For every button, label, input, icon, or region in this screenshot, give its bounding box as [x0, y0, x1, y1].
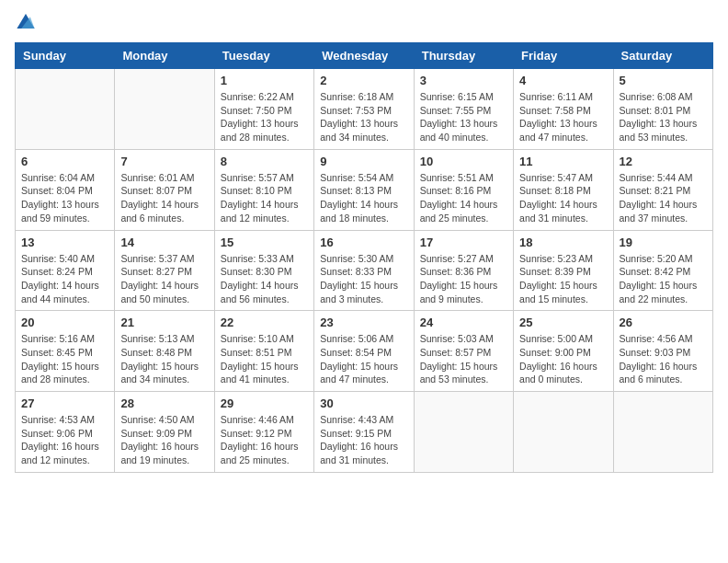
weekday-header: Wednesday	[314, 43, 414, 69]
day-info: Sunrise: 4:46 AMSunset: 9:12 PMDaylight:…	[221, 413, 308, 467]
day-number: 24	[420, 316, 507, 329]
day-number: 13	[21, 236, 108, 249]
day-info: Sunrise: 4:56 AMSunset: 9:03 PMDaylight:…	[620, 332, 707, 386]
day-number: 10	[420, 155, 507, 168]
calendar-day-cell: 10Sunrise: 5:51 AMSunset: 8:16 PMDayligh…	[414, 149, 513, 230]
calendar-day-cell: 8Sunrise: 5:57 AMSunset: 8:10 PMDaylight…	[214, 149, 313, 230]
day-number: 18	[519, 236, 607, 249]
calendar-day-cell: 9Sunrise: 5:54 AMSunset: 8:13 PMDaylight…	[314, 149, 414, 230]
day-info: Sunrise: 5:00 AMSunset: 9:00 PMDaylight:…	[519, 332, 607, 386]
page-header	[15, 15, 713, 31]
day-info: Sunrise: 5:44 AMSunset: 8:21 PMDaylight:…	[620, 171, 707, 225]
day-info: Sunrise: 5:16 AMSunset: 8:45 PMDaylight:…	[21, 332, 108, 386]
calendar-week-row: 20Sunrise: 5:16 AMSunset: 8:45 PMDayligh…	[16, 311, 713, 392]
day-info: Sunrise: 5:03 AMSunset: 8:57 PMDaylight:…	[420, 332, 507, 386]
calendar-day-cell: 16Sunrise: 5:30 AMSunset: 8:33 PMDayligh…	[314, 230, 414, 311]
calendar-day-cell: 15Sunrise: 5:33 AMSunset: 8:30 PMDayligh…	[214, 230, 313, 311]
day-number: 30	[320, 396, 407, 410]
day-number: 25	[519, 316, 607, 329]
calendar-day-cell: 26Sunrise: 4:56 AMSunset: 9:03 PMDayligh…	[613, 311, 712, 392]
calendar-day-cell: 21Sunrise: 5:13 AMSunset: 8:48 PMDayligh…	[115, 311, 214, 392]
calendar-day-cell: 17Sunrise: 5:27 AMSunset: 8:36 PMDayligh…	[414, 230, 513, 311]
day-number: 29	[221, 396, 308, 410]
day-number: 22	[221, 316, 308, 329]
calendar-day-cell: 29Sunrise: 4:46 AMSunset: 9:12 PMDayligh…	[214, 392, 313, 473]
calendar-day-cell: 5Sunrise: 6:08 AMSunset: 8:01 PMDaylight…	[613, 69, 712, 150]
calendar-day-cell: 30Sunrise: 4:43 AMSunset: 9:15 PMDayligh…	[314, 392, 414, 473]
day-info: Sunrise: 5:33 AMSunset: 8:30 PMDaylight:…	[221, 252, 308, 306]
day-info: Sunrise: 4:50 AMSunset: 9:09 PMDaylight:…	[120, 413, 208, 467]
day-number: 26	[620, 316, 707, 329]
weekday-header: Saturday	[613, 43, 712, 69]
calendar-day-cell	[16, 69, 115, 150]
day-info: Sunrise: 5:10 AMSunset: 8:51 PMDaylight:…	[221, 332, 308, 386]
weekday-header: Monday	[115, 43, 214, 69]
calendar-day-cell: 7Sunrise: 6:01 AMSunset: 8:07 PMDaylight…	[115, 149, 214, 230]
day-number: 1	[221, 74, 308, 87]
day-info: Sunrise: 6:15 AMSunset: 7:55 PMDaylight:…	[420, 90, 507, 144]
calendar-day-cell	[414, 392, 513, 473]
calendar-day-cell	[613, 392, 712, 473]
calendar-day-cell: 18Sunrise: 5:23 AMSunset: 8:39 PMDayligh…	[514, 230, 613, 311]
day-info: Sunrise: 5:30 AMSunset: 8:33 PMDaylight:…	[320, 252, 407, 306]
logo-icon	[17, 14, 35, 29]
day-info: Sunrise: 6:01 AMSunset: 8:07 PMDaylight:…	[120, 171, 208, 225]
day-number: 4	[519, 74, 607, 87]
day-number: 27	[21, 396, 108, 410]
calendar-day-cell: 3Sunrise: 6:15 AMSunset: 7:55 PMDaylight…	[414, 69, 513, 150]
calendar-day-cell: 20Sunrise: 5:16 AMSunset: 8:45 PMDayligh…	[16, 311, 115, 392]
weekday-header: Sunday	[16, 43, 115, 69]
calendar-day-cell: 23Sunrise: 5:06 AMSunset: 8:54 PMDayligh…	[314, 311, 414, 392]
day-number: 6	[21, 155, 108, 168]
day-number: 21	[120, 316, 208, 329]
calendar-day-cell: 12Sunrise: 5:44 AMSunset: 8:21 PMDayligh…	[613, 149, 712, 230]
weekday-header: Tuesday	[214, 43, 313, 69]
day-number: 19	[620, 236, 707, 249]
day-number: 5	[620, 74, 707, 87]
day-info: Sunrise: 5:47 AMSunset: 8:18 PMDaylight:…	[519, 171, 607, 225]
calendar-day-cell: 28Sunrise: 4:50 AMSunset: 9:09 PMDayligh…	[115, 392, 214, 473]
day-number: 11	[519, 155, 607, 168]
calendar-week-row: 6Sunrise: 6:04 AMSunset: 8:04 PMDaylight…	[16, 149, 713, 230]
logo	[15, 15, 35, 31]
calendar-week-row: 27Sunrise: 4:53 AMSunset: 9:06 PMDayligh…	[16, 392, 713, 473]
day-number: 8	[221, 155, 308, 168]
day-number: 20	[21, 316, 108, 329]
calendar-day-cell: 22Sunrise: 5:10 AMSunset: 8:51 PMDayligh…	[214, 311, 313, 392]
day-info: Sunrise: 5:23 AMSunset: 8:39 PMDaylight:…	[519, 252, 607, 306]
calendar-header-row: SundayMondayTuesdayWednesdayThursdayFrid…	[16, 43, 713, 69]
calendar-day-cell	[514, 392, 613, 473]
day-info: Sunrise: 6:11 AMSunset: 7:58 PMDaylight:…	[519, 90, 607, 144]
day-info: Sunrise: 6:18 AMSunset: 7:53 PMDaylight:…	[320, 90, 407, 144]
day-info: Sunrise: 5:37 AMSunset: 8:27 PMDaylight:…	[120, 252, 208, 306]
day-info: Sunrise: 5:40 AMSunset: 8:24 PMDaylight:…	[21, 252, 108, 306]
day-info: Sunrise: 5:06 AMSunset: 8:54 PMDaylight:…	[320, 332, 407, 386]
calendar-day-cell: 2Sunrise: 6:18 AMSunset: 7:53 PMDaylight…	[314, 69, 414, 150]
day-number: 28	[120, 396, 208, 410]
day-number: 12	[620, 155, 707, 168]
weekday-header: Friday	[514, 43, 613, 69]
day-info: Sunrise: 4:43 AMSunset: 9:15 PMDaylight:…	[320, 413, 407, 467]
calendar-day-cell: 25Sunrise: 5:00 AMSunset: 9:00 PMDayligh…	[514, 311, 613, 392]
calendar-day-cell: 11Sunrise: 5:47 AMSunset: 8:18 PMDayligh…	[514, 149, 613, 230]
day-info: Sunrise: 5:20 AMSunset: 8:42 PMDaylight:…	[620, 252, 707, 306]
day-info: Sunrise: 5:54 AMSunset: 8:13 PMDaylight:…	[320, 171, 407, 225]
day-info: Sunrise: 6:22 AMSunset: 7:50 PMDaylight:…	[221, 90, 308, 144]
calendar-day-cell: 27Sunrise: 4:53 AMSunset: 9:06 PMDayligh…	[16, 392, 115, 473]
weekday-header: Thursday	[414, 43, 513, 69]
calendar-day-cell: 24Sunrise: 5:03 AMSunset: 8:57 PMDayligh…	[414, 311, 513, 392]
day-number: 23	[320, 316, 407, 329]
calendar-day-cell: 1Sunrise: 6:22 AMSunset: 7:50 PMDaylight…	[214, 69, 313, 150]
calendar-day-cell: 13Sunrise: 5:40 AMSunset: 8:24 PMDayligh…	[16, 230, 115, 311]
day-info: Sunrise: 5:51 AMSunset: 8:16 PMDaylight:…	[420, 171, 507, 225]
day-number: 2	[320, 74, 407, 87]
day-number: 9	[320, 155, 407, 168]
calendar-table: SundayMondayTuesdayWednesdayThursdayFrid…	[15, 42, 713, 473]
calendar-day-cell	[115, 69, 214, 150]
day-number: 3	[420, 74, 507, 87]
calendar-week-row: 13Sunrise: 5:40 AMSunset: 8:24 PMDayligh…	[16, 230, 713, 311]
day-info: Sunrise: 5:27 AMSunset: 8:36 PMDaylight:…	[420, 252, 507, 306]
day-number: 15	[221, 236, 308, 249]
day-info: Sunrise: 4:53 AMSunset: 9:06 PMDaylight:…	[21, 413, 108, 467]
calendar-day-cell: 14Sunrise: 5:37 AMSunset: 8:27 PMDayligh…	[115, 230, 214, 311]
